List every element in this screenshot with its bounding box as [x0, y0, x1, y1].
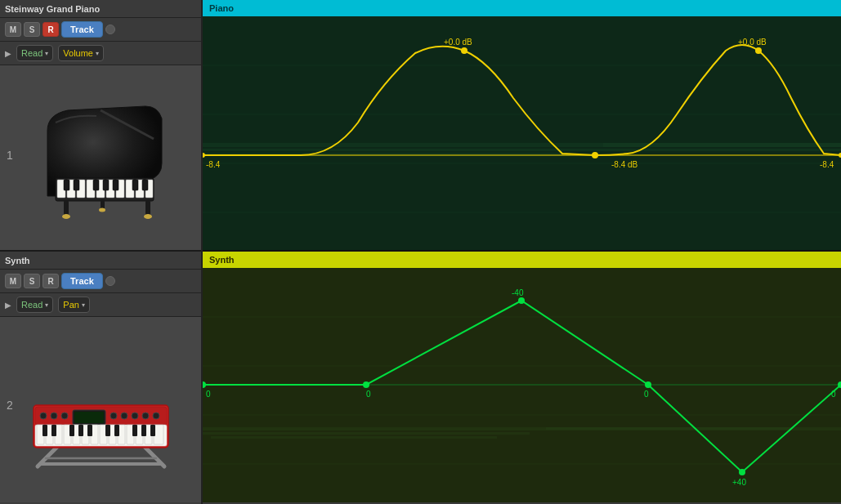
svg-rect-17 — [142, 180, 148, 190]
track-2-number: 2 — [7, 399, 13, 412]
svg-rect-74 — [603, 143, 841, 147]
svg-point-36 — [110, 413, 117, 419]
svg-point-31 — [40, 413, 47, 419]
svg-rect-14 — [103, 180, 109, 190]
track-1-number: 1 — [7, 149, 13, 162]
track-2-name: Synth — [5, 256, 196, 265]
svg-rect-62 — [114, 425, 119, 436]
svg-rect-64 — [141, 425, 146, 436]
svg-rect-16 — [132, 180, 138, 190]
svg-rect-15 — [113, 180, 119, 190]
track-1-automation-svg: -8.4 +0.0 dB +0.0 dB -8.4 dB -8.4 — [203, 16, 841, 252]
svg-point-96 — [363, 381, 369, 388]
track-2-param-dropdown[interactable]: Pan ▾ — [58, 297, 90, 313]
svg-rect-18 — [64, 201, 69, 216]
track-1-label-bar: Piano — [203, 0, 841, 16]
svg-text:0: 0 — [831, 390, 836, 399]
svg-rect-12 — [74, 180, 79, 190]
svg-point-78 — [592, 152, 598, 158]
track-1-circle-indicator — [105, 25, 115, 34]
svg-point-32 — [51, 413, 57, 419]
svg-point-39 — [142, 413, 149, 419]
svg-point-97 — [518, 297, 525, 304]
svg-point-99 — [739, 469, 745, 475]
svg-text:0: 0 — [644, 390, 649, 399]
track-2-automation-svg: 0 0 0 -40 +40 0 — [203, 268, 841, 502]
track-1-param-dropdown[interactable]: Volume ▾ — [58, 45, 104, 61]
track-2-play-icon[interactable]: ▶ — [5, 301, 11, 310]
svg-rect-72 — [203, 149, 841, 151]
svg-text:-8.4: -8.4 — [206, 160, 221, 169]
svg-rect-91 — [203, 432, 530, 435]
track-2-automation-area: Synth — [203, 252, 841, 502]
svg-rect-93 — [546, 427, 791, 430]
synth-keyboard-icon — [25, 340, 177, 471]
svg-rect-65 — [150, 425, 155, 436]
svg-text:0: 0 — [366, 390, 371, 399]
svg-text:+0.0 dB: +0.0 dB — [444, 38, 472, 47]
track-1-record-button[interactable]: R — [42, 22, 59, 37]
svg-point-38 — [132, 413, 138, 419]
svg-point-33 — [61, 413, 68, 419]
svg-rect-92 — [211, 436, 497, 439]
track-2-mute-button[interactable]: M — [5, 274, 21, 288]
svg-rect-19 — [145, 201, 150, 216]
svg-text:0: 0 — [206, 390, 211, 399]
track-2-label-bar: Synth — [203, 252, 841, 268]
svg-point-98 — [645, 381, 651, 388]
svg-point-23 — [99, 208, 105, 212]
track-1-mode-dropdown[interactable]: Read ▾ — [16, 45, 53, 61]
track-2-circle-indicator — [105, 276, 115, 286]
track-1-header: Steinway Grand Piano M S R Track ▶ Read … — [0, 0, 201, 252]
svg-point-20 — [62, 214, 70, 219]
svg-rect-63 — [132, 425, 137, 436]
track-1-mute-button[interactable]: M — [5, 22, 21, 37]
track-1-solo-button[interactable]: S — [24, 22, 40, 37]
svg-point-21 — [144, 214, 152, 219]
svg-text:+0.0 dB: +0.0 dB — [738, 38, 767, 47]
svg-rect-59 — [78, 425, 83, 436]
track-1-name: Steinway Grand Piano — [5, 4, 196, 14]
svg-text:-8.4 dB: -8.4 dB — [611, 160, 638, 169]
svg-rect-35 — [74, 412, 104, 423]
track-2-track-button[interactable]: Track — [61, 273, 103, 289]
track-1-track-button[interactable]: Track — [61, 21, 103, 38]
svg-point-37 — [121, 413, 127, 419]
grand-piano-icon — [31, 90, 170, 221]
track-2-record-button[interactable]: R — [42, 274, 59, 288]
svg-text:-8.4: -8.4 — [820, 160, 834, 169]
svg-rect-11 — [64, 180, 69, 190]
svg-text:+40: +40 — [732, 478, 746, 487]
track-2-header: Synth M S R Track ▶ Read ▾ Pan ▾ — [0, 252, 201, 502]
svg-rect-57 — [51, 425, 56, 436]
svg-text:-40: -40 — [512, 288, 524, 297]
track-2-mode-dropdown[interactable]: Read ▾ — [16, 297, 53, 313]
track-2-solo-button[interactable]: S — [24, 274, 40, 288]
track-1-automation-area: Piano — [203, 0, 841, 252]
svg-rect-61 — [105, 425, 110, 436]
track-1-play-icon[interactable]: ▶ — [5, 49, 11, 58]
svg-rect-13 — [93, 180, 99, 190]
svg-rect-60 — [87, 425, 92, 436]
svg-point-79 — [755, 47, 762, 54]
svg-point-77 — [461, 47, 467, 54]
svg-rect-56 — [42, 425, 47, 436]
svg-point-40 — [153, 413, 159, 419]
svg-point-95 — [203, 381, 206, 388]
svg-rect-22 — [101, 199, 105, 209]
svg-rect-58 — [69, 425, 74, 436]
